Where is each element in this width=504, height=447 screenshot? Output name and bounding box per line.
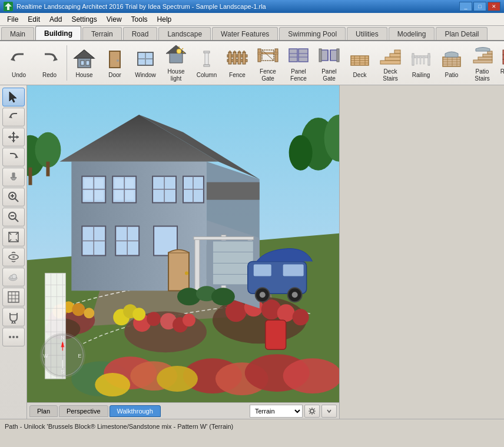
toolbar-panel-fence[interactable]: Panel Fence (283, 42, 314, 84)
house-light-label: House light (162, 68, 190, 82)
svg-rect-61 (412, 54, 414, 65)
tab-swimming-pool[interactable]: Swimming Pool (279, 27, 346, 40)
tool-grid[interactable] (2, 288, 25, 306)
toolbar-panel-gate[interactable]: Panel Gate (314, 42, 344, 84)
svg-rect-75 (478, 57, 492, 60)
svg-marker-33 (243, 51, 246, 52)
svg-marker-2 (53, 56, 58, 61)
tab-water-features[interactable]: Water Features (212, 27, 278, 40)
tool-undo-view[interactable] (2, 108, 25, 126)
menu-tools[interactable]: Tools (127, 14, 152, 25)
svg-rect-173 (95, 191, 103, 200)
svg-rect-172 (84, 191, 92, 200)
tab-utilities[interactable]: Utilities (347, 27, 387, 40)
svg-rect-39 (289, 49, 297, 62)
toolbar-door[interactable]: Door (100, 45, 130, 81)
terrain-select[interactable]: Terrain Grass Paving Mulch (250, 405, 303, 418)
toolbar-fence[interactable]: Fence (222, 45, 253, 81)
menu-view[interactable]: View (102, 14, 127, 25)
toolbar-retaining-wall[interactable]: Retaining Wall (498, 42, 504, 84)
svg-rect-23 (204, 65, 210, 66)
view-btn-settings[interactable] (304, 405, 320, 418)
tab-modeling[interactable]: Modeling (389, 27, 435, 40)
tab-terrain[interactable]: Terrain (82, 27, 122, 40)
svg-marker-27 (228, 51, 231, 52)
tool-pan[interactable] (2, 168, 25, 186)
svg-rect-171 (95, 179, 103, 188)
menu-settings[interactable]: Settings (67, 14, 101, 25)
tool-select[interactable] (2, 88, 25, 106)
close-button[interactable]: ✕ (488, 2, 500, 11)
tool-move[interactable] (2, 128, 25, 146)
toolbar-patio-stairs[interactable]: Patio Stairs (467, 42, 498, 84)
svg-rect-62 (428, 54, 430, 65)
tool-orbit[interactable] (2, 248, 25, 266)
svg-rect-211 (266, 320, 286, 349)
view-tab-plan[interactable]: Plan (29, 405, 58, 417)
door-label: Door (108, 72, 121, 79)
tab-road[interactable]: Road (123, 27, 158, 40)
menu-help[interactable]: Help (152, 14, 177, 25)
toolbar-window[interactable]: Window (130, 45, 161, 81)
redo-icon (38, 47, 61, 71)
tool-cloud[interactable] (2, 268, 25, 286)
status-text: Path - Unilock 'Brussels Block® Limeston… (5, 423, 233, 430)
svg-point-139 (289, 135, 313, 171)
svg-rect-134 (28, 168, 32, 185)
toolbar-patio[interactable]: Patio (436, 45, 467, 81)
svg-marker-100 (15, 155, 18, 158)
svg-rect-4 (81, 61, 84, 65)
svg-rect-206 (283, 264, 304, 276)
tool-zoom-in[interactable] (2, 188, 25, 206)
toolbar-column[interactable]: Column (191, 45, 222, 81)
viewport[interactable]: N S W E (27, 85, 339, 402)
door-icon (103, 47, 127, 71)
toolbar-deck-stairs[interactable]: Deck Stairs (375, 42, 406, 84)
tab-main[interactable]: Main (1, 27, 34, 40)
svg-rect-34 (258, 49, 261, 62)
svg-rect-59 (380, 61, 400, 64)
minimize-button[interactable]: _ (459, 2, 472, 11)
toolbar: Undo Redo House (0, 41, 504, 85)
tool-zoom-out[interactable] (2, 208, 25, 226)
toolbar-house[interactable]: House (69, 45, 100, 81)
svg-text:W: W (43, 353, 48, 359)
toolbar-fence-gate[interactable]: Fence Gate (253, 42, 283, 84)
svg-point-144 (84, 308, 94, 318)
view-tab-walkthrough[interactable]: Walkthrough (110, 405, 161, 417)
svg-rect-205 (254, 264, 271, 276)
tool-redo-view[interactable] (2, 148, 25, 166)
svg-rect-101 (12, 173, 14, 178)
svg-line-106 (15, 198, 18, 202)
view-btn-chevron[interactable] (321, 405, 337, 418)
toolbar-redo[interactable]: Redo (34, 45, 65, 81)
tab-landscape[interactable]: Landscape (158, 27, 211, 40)
toolbar-railing[interactable]: Railing (406, 45, 436, 81)
svg-marker-31 (238, 51, 241, 52)
tab-building[interactable]: Building (35, 26, 81, 40)
maximize-button[interactable]: □ (473, 2, 486, 11)
svg-text:S: S (61, 369, 64, 375)
svg-rect-48 (337, 49, 339, 62)
house-light-icon (164, 44, 188, 67)
svg-rect-56 (394, 50, 400, 54)
tool-more[interactable] (2, 328, 25, 346)
panel-fence-icon (287, 44, 310, 67)
tab-plan-detail[interactable]: Plan Detail (436, 27, 488, 40)
svg-point-233 (157, 366, 198, 392)
svg-line-38 (262, 50, 274, 61)
svg-point-129 (9, 336, 11, 338)
redo-label: Redo (42, 72, 57, 79)
tool-snap[interactable] (2, 308, 25, 326)
toolbar-deck[interactable]: Deck (344, 45, 375, 81)
svg-rect-36 (258, 52, 278, 54)
toolbar-undo[interactable]: Undo (4, 45, 34, 81)
menu-edit[interactable]: Edit (23, 14, 45, 25)
deck-stairs-icon (379, 44, 402, 67)
svg-rect-22 (205, 53, 208, 65)
menu-add[interactable]: Add (45, 14, 67, 25)
menu-file[interactable]: File (2, 14, 23, 25)
toolbar-house-light[interactable]: House light (161, 42, 191, 84)
view-tab-perspective[interactable]: Perspective (59, 405, 108, 417)
tool-zoom-extents[interactable] (2, 228, 25, 246)
